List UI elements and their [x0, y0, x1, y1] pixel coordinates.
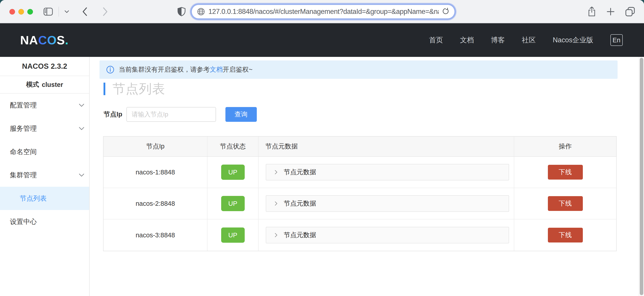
column-header-node-metadata: 节点元数据: [258, 137, 514, 156]
node-status-cell: UP: [208, 188, 258, 219]
nav-link-blog[interactable]: 博客: [491, 35, 505, 45]
nacos-logo[interactable]: NACOS.: [20, 33, 68, 47]
logo-infinity: CO: [38, 33, 57, 47]
sidebar-toggle-icon[interactable]: [43, 7, 53, 16]
alert-text-before: 当前集群没有开启鉴权，请参考: [119, 66, 210, 73]
column-header-node-ip: 节点Ip: [104, 137, 208, 156]
privacy-shield-icon[interactable]: [177, 7, 186, 16]
metadata-label: 节点元数据: [284, 168, 316, 177]
main-content: 当前集群没有开启鉴权，请参考文档开启鉴权~ 节点列表 节点Ip 查询 节点Ip …: [90, 57, 644, 296]
offline-button[interactable]: 下线: [548, 228, 583, 243]
chevron-down-icon: [79, 174, 84, 177]
title-accent-bar: [104, 83, 105, 95]
page-title: 节点列表: [112, 80, 165, 98]
minimize-window-button[interactable]: [18, 9, 24, 14]
nav-link-enterprise[interactable]: Nacos企业版: [553, 35, 593, 45]
metadata-label: 节点元数据: [284, 199, 316, 208]
node-ip-input[interactable]: [126, 107, 216, 122]
sidebar-item-label: 集群管理: [10, 171, 79, 180]
chevron-right-icon: [275, 201, 278, 206]
globe-icon: [197, 7, 205, 16]
nav-link-docs[interactable]: 文档: [460, 35, 474, 45]
mode-key: 模式: [26, 80, 39, 89]
sidebar-item-settings-center[interactable]: 设置中心: [0, 210, 89, 233]
zoom-window-button[interactable]: [27, 9, 33, 14]
node-metadata-cell: 节点元数据: [258, 219, 514, 251]
back-button-icon[interactable]: [82, 7, 88, 16]
share-icon[interactable]: [588, 6, 596, 17]
node-actions-cell: 下线: [514, 188, 616, 219]
offline-button[interactable]: 下线: [548, 165, 583, 180]
column-header-node-status: 节点状态: [208, 137, 258, 156]
address-bar[interactable]: 127.0.0.1:8848/nacos/#/clusterManagement…: [192, 5, 454, 18]
toolbar-divider: [58, 7, 59, 16]
node-actions-cell: 下线: [514, 219, 616, 251]
reload-icon[interactable]: [442, 7, 450, 16]
page-scrollbar: [638, 57, 644, 296]
offline-button[interactable]: 下线: [548, 196, 583, 211]
sidebar-menu: 配置管理 服务管理 命名空间 集群管理: [0, 94, 89, 233]
chevron-down-icon: [79, 104, 84, 107]
nav-link-community[interactable]: 社区: [522, 35, 536, 45]
alert-text-after: 开启鉴权~: [223, 66, 252, 73]
node-ip-cell: nacos-1:8848: [104, 157, 208, 188]
table-header-row: 节点Ip 节点状态 节点元数据 操作: [104, 137, 616, 157]
column-header-actions: 操作: [514, 137, 616, 156]
app-header: NACOS. 首页 文档 博客 社区 Nacos企业版 En: [0, 23, 644, 57]
docs-link[interactable]: 文档: [210, 66, 223, 73]
new-tab-icon[interactable]: [606, 7, 615, 16]
node-status-cell: UP: [208, 219, 258, 251]
node-metadata-cell: 节点元数据: [258, 188, 514, 219]
table-row: nacos-3:8848 UP 节点元数据 下线: [104, 219, 616, 251]
node-metadata-cell: 节点元数据: [258, 157, 514, 188]
node-ip-cell: nacos-2:8848: [104, 188, 208, 219]
metadata-expander[interactable]: 节点元数据: [266, 227, 509, 243]
version-label: NACOS 2.3.2: [0, 57, 89, 76]
status-badge: UP: [221, 228, 245, 243]
browser-window: 127.0.0.1:8848/nacos/#/clusterManagement…: [0, 0, 644, 296]
mode-label: 模式 cluster: [0, 76, 89, 94]
chevron-right-icon: [275, 170, 278, 174]
logo-dot: .: [65, 33, 68, 47]
metadata-label: 节点元数据: [284, 231, 316, 240]
search-form: 节点Ip 查询: [104, 107, 644, 122]
logo-text: NA: [20, 33, 38, 47]
node-ip-label: 节点Ip: [104, 110, 122, 119]
language-toggle[interactable]: En: [610, 34, 623, 46]
sidebar-item-label: 配置管理: [10, 101, 79, 110]
sidebar-item-cluster-management[interactable]: 集群管理: [0, 163, 89, 187]
chevron-down-icon[interactable]: [64, 10, 69, 13]
scrollbar-thumb[interactable]: [640, 58, 643, 295]
info-circle-icon: [106, 66, 114, 74]
chevron-down-icon: [79, 127, 84, 130]
sidebar-item-label: 服务管理: [10, 124, 79, 133]
alert-text: 当前集群没有开启鉴权，请参考文档开启鉴权~: [119, 65, 252, 74]
close-window-button[interactable]: [10, 9, 15, 14]
traffic-lights: [10, 9, 33, 14]
forward-button-icon[interactable]: [102, 7, 108, 16]
header-nav: 首页 文档 博客 社区 Nacos企业版 En: [429, 34, 623, 46]
sidebar-item-config-management[interactable]: 配置管理: [0, 94, 89, 117]
logo-text-s: S: [57, 33, 65, 47]
sidebar-item-namespace[interactable]: 命名空间: [0, 140, 89, 163]
status-badge: UP: [221, 165, 245, 180]
page-title-block: 节点列表: [104, 82, 644, 95]
metadata-expander[interactable]: 节点元数据: [266, 164, 509, 180]
sidebar-item-label: 节点列表: [20, 194, 84, 203]
metadata-expander[interactable]: 节点元数据: [266, 195, 509, 212]
node-actions-cell: 下线: [514, 157, 616, 188]
nav-link-home[interactable]: 首页: [429, 35, 443, 45]
sidebar-item-node-list[interactable]: 节点列表: [0, 187, 89, 210]
tab-overview-icon[interactable]: [625, 7, 635, 16]
sidebar: NACOS 2.3.2 模式 cluster 配置管理 服务管理: [0, 57, 90, 296]
table-row: nacos-2:8848 UP 节点元数据 下线: [104, 188, 616, 219]
node-ip-cell: nacos-3:8848: [104, 219, 208, 251]
chevron-right-icon: [275, 233, 278, 237]
auth-warning-alert: 当前集群没有开启鉴权，请参考文档开启鉴权~: [100, 60, 618, 79]
table-row: nacos-1:8848 UP 节点元数据 下线: [104, 157, 616, 188]
query-button[interactable]: 查询: [226, 107, 257, 122]
status-badge: UP: [221, 196, 245, 211]
sidebar-item-service-management[interactable]: 服务管理: [0, 117, 89, 140]
url-text: 127.0.0.1:8848/nacos/#/clusterManagement…: [208, 7, 439, 16]
browser-toolbar: 127.0.0.1:8848/nacos/#/clusterManagement…: [0, 0, 644, 23]
